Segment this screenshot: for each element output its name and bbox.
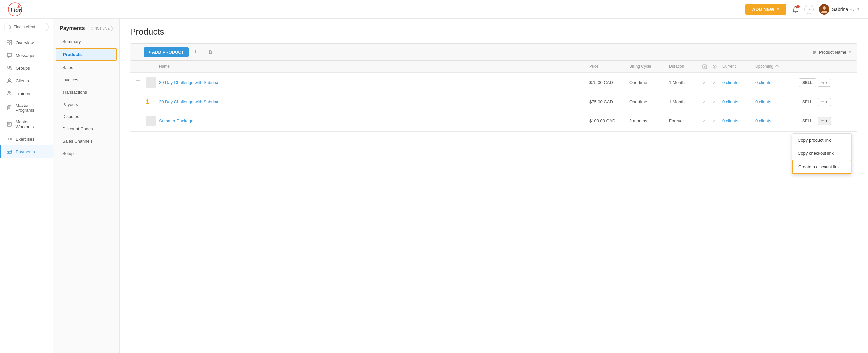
- page-title: Products: [130, 27, 857, 37]
- not-live-badge: NOT LIVE: [88, 26, 113, 31]
- link-dropdown-2[interactable]: ▼: [817, 98, 831, 106]
- product-check1-1: ✓: [702, 80, 712, 85]
- sell-button-2[interactable]: SELL: [799, 98, 816, 106]
- submenu-item-summary[interactable]: Summary: [56, 36, 117, 47]
- svg-text:Flow: Flow: [11, 7, 22, 12]
- sidebar-item-clients[interactable]: Clients: [0, 74, 53, 87]
- col-duration: Duration: [669, 64, 702, 69]
- avatar: [819, 4, 830, 14]
- notifications-button[interactable]: [792, 6, 799, 13]
- sidebar-item-messages[interactable]: Messages: [0, 49, 53, 62]
- svg-rect-30: [196, 51, 199, 54]
- sidebar-item-exercises[interactable]: Exercises: [0, 133, 53, 145]
- action-cell-3: SELL ▼ Copy product link Copy checkout l…: [799, 117, 852, 126]
- submenu-title: Payments NOT LIVE: [53, 19, 119, 35]
- main-layout: Overview Messages Groups: [0, 19, 868, 353]
- submenu-item-sales-channels[interactable]: Sales Channels: [56, 135, 117, 147]
- product-name-1[interactable]: 30 Day Challenge with Sabrina: [159, 80, 218, 85]
- select-all-checkbox[interactable]: [136, 50, 141, 55]
- product-duration-2: 1 Month: [669, 99, 702, 104]
- product-current-2[interactable]: 0 clients: [722, 99, 738, 104]
- product-billing-1: One-time: [629, 80, 669, 85]
- add-product-button[interactable]: + ADD PRODUCT: [144, 47, 189, 57]
- logo-icon: Flow: [8, 2, 22, 16]
- not-live-label: NOT LIVE: [95, 27, 110, 30]
- help-button[interactable]: ?: [804, 5, 813, 14]
- row-checkbox-1[interactable]: [136, 80, 141, 85]
- dropdown-copy-product-link[interactable]: Copy product link: [792, 134, 851, 147]
- delete-button[interactable]: [205, 47, 215, 57]
- col-upcoming: Upcoming: [755, 64, 799, 69]
- search-box[interactable]: [4, 23, 49, 31]
- product-name-2[interactable]: 30 Day Challenge with Sabrina: [159, 99, 218, 104]
- link-dropdown-arrow-1: ▼: [825, 81, 828, 84]
- col-icon1: [702, 64, 712, 69]
- user-menu[interactable]: Sabrina H. ▼: [819, 4, 860, 14]
- submenu-item-discount-codes[interactable]: Discount Codes: [56, 123, 117, 135]
- sidebar-item-trainers[interactable]: Trainers: [0, 87, 53, 100]
- copy-button[interactable]: [192, 47, 202, 57]
- submenu-item-invoices[interactable]: Invoices: [56, 74, 117, 85]
- svg-point-4: [8, 26, 11, 28]
- sidebar-item-master-workouts[interactable]: Master Workouts: [0, 116, 53, 133]
- product-thumbnail-3: [146, 116, 156, 127]
- svg-point-42: [777, 67, 777, 68]
- sidebar-item-overview[interactable]: Overview: [0, 36, 53, 49]
- link-dropdown-3[interactable]: ▼: [817, 117, 831, 125]
- link-dropdown-menu: Copy product link Copy checkout link Cre…: [792, 133, 852, 174]
- product-upcoming-2[interactable]: 0 clients: [755, 99, 771, 104]
- svg-point-12: [8, 79, 10, 81]
- sort-label: Product Name: [819, 50, 846, 55]
- submenu-item-setup[interactable]: Setup: [56, 148, 117, 159]
- product-name-3[interactable]: Summer Package: [159, 118, 193, 123]
- sidebar: Overview Messages Groups: [0, 19, 53, 353]
- sidebar-item-label: Overview: [16, 40, 34, 45]
- row-checkbox-2[interactable]: [136, 100, 141, 104]
- sell-button-3[interactable]: SELL: [799, 117, 816, 126]
- link-dropdown-1[interactable]: ▼: [817, 79, 831, 86]
- submenu-title-text: Payments: [60, 25, 85, 31]
- col-icon2: [712, 64, 722, 69]
- product-billing-2: One-time: [629, 99, 669, 104]
- dropdown-copy-checkout-link[interactable]: Copy checkout link: [792, 147, 851, 160]
- search-input[interactable]: [13, 25, 45, 29]
- sidebar-item-label: Messages: [16, 53, 35, 58]
- submenu-item-sales[interactable]: Sales: [56, 62, 117, 73]
- submenu-item-products[interactable]: Products: [56, 48, 117, 61]
- sidebar-item-payments[interactable]: Payments: [0, 145, 53, 158]
- link-dropdown-arrow-3: ▼: [825, 119, 828, 123]
- sidebar-item-label: Trainers: [16, 91, 31, 96]
- submenu-item-payouts[interactable]: Payouts: [56, 99, 117, 110]
- link-dropdown-arrow-2: ▼: [825, 100, 828, 104]
- row-checkbox-3[interactable]: [136, 119, 141, 123]
- user-dropdown-icon: ▼: [857, 7, 860, 11]
- sort-dropdown-icon[interactable]: ▼: [848, 50, 852, 54]
- sidebar-item-groups[interactable]: Groups: [0, 62, 53, 74]
- svg-point-39: [714, 67, 715, 68]
- submenu-item-transactions[interactable]: Transactions: [56, 86, 117, 98]
- products-table: Name Price Billing Cycle Duration: [130, 61, 857, 132]
- col-price: Price: [589, 64, 629, 69]
- dropdown-create-discount-link[interactable]: Create a discount link: [792, 160, 851, 174]
- product-duration-1: 1 Month: [669, 80, 702, 85]
- product-num-2: 1: [146, 98, 149, 105]
- action-cell-2: SELL ▼: [799, 98, 852, 106]
- svg-rect-7: [10, 40, 11, 42]
- notification-dot: [796, 5, 800, 8]
- add-new-label: ADD NEW: [752, 7, 774, 12]
- submenu-item-disputes[interactable]: Disputes: [56, 111, 117, 122]
- document-icon: [6, 105, 12, 111]
- dropdown-arrow-icon: ▼: [776, 7, 780, 11]
- product-check2-2: ✓: [712, 99, 722, 105]
- table-header: Name Price Billing Cycle Duration: [130, 61, 857, 73]
- sidebar-item-master-programs[interactable]: Master Programs: [0, 100, 53, 116]
- product-upcoming-3[interactable]: 0 clients: [755, 118, 771, 123]
- sell-button-1[interactable]: SELL: [799, 78, 816, 87]
- product-upcoming-1[interactable]: 0 clients: [755, 80, 771, 85]
- product-current-3[interactable]: 0 clients: [722, 118, 738, 123]
- topbar-right: ADD NEW ▼ ? Sabrina H. ▼: [745, 4, 860, 14]
- product-check2-1: ✓: [712, 80, 722, 85]
- topbar-left: Flow: [8, 2, 23, 16]
- add-new-button[interactable]: ADD NEW ▼: [745, 4, 786, 14]
- product-current-1[interactable]: 0 clients: [722, 80, 738, 85]
